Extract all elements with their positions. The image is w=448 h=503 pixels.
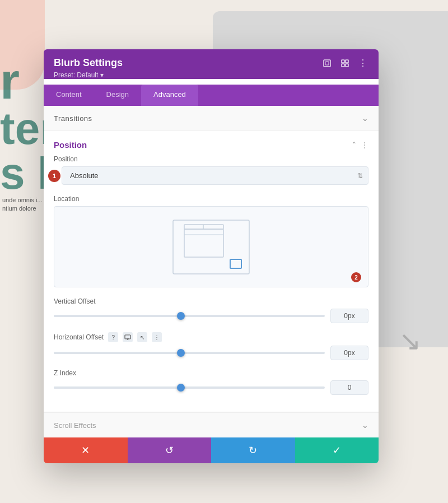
cursor-icon[interactable]: ↖ bbox=[137, 332, 147, 342]
modal-title: Blurb Settings bbox=[54, 57, 123, 69]
help-icon[interactable]: ? bbox=[108, 332, 118, 342]
modal-tabs: Content Design Advanced bbox=[44, 85, 379, 106]
svg-rect-5 bbox=[346, 64, 348, 67]
vertical-offset-section: Vertical Offset 0px bbox=[54, 297, 368, 323]
desktop-icon[interactable] bbox=[123, 332, 133, 342]
modal-footer: ✕ ↺ ↻ ✓ bbox=[44, 437, 379, 463]
layout-icon[interactable] bbox=[339, 58, 351, 69]
scroll-effects-chevron-icon: ⌄ bbox=[362, 421, 368, 430]
z-index-value[interactable]: 0 bbox=[330, 380, 368, 395]
horizontal-offset-row: 0px bbox=[54, 346, 368, 360]
svg-rect-10 bbox=[184, 229, 223, 257]
vertical-offset-value[interactable]: 0px bbox=[330, 309, 368, 323]
svg-rect-12 bbox=[230, 259, 241, 268]
bg-small-text: unde omnis i...ntium dolore bbox=[0, 196, 43, 213]
more-offset-icon[interactable]: ⋮ bbox=[152, 332, 162, 342]
undo-button[interactable]: ↺ bbox=[128, 437, 212, 463]
tab-content[interactable]: Content bbox=[44, 85, 94, 106]
z-index-slider[interactable] bbox=[54, 386, 325, 389]
location-field-label: Location bbox=[54, 195, 368, 203]
horizontal-offset-label: Horizontal Offset bbox=[54, 333, 104, 341]
modal-body: Transitions ⌄ Position ˄ ⋮ Position 1 Ab… bbox=[44, 106, 379, 437]
resize-icon[interactable] bbox=[321, 58, 333, 69]
bg-arrow-icon: ↘ bbox=[399, 325, 421, 356]
tab-advanced[interactable]: Advanced bbox=[141, 85, 198, 106]
position-select-wrapper: 1 Absolute Default Relative Fixed ⇅ bbox=[54, 166, 368, 185]
transitions-section[interactable]: Transitions ⌄ bbox=[44, 106, 379, 131]
position-badge: 1 bbox=[48, 170, 60, 182]
undo-icon: ↺ bbox=[165, 444, 174, 457]
scroll-effects-section[interactable]: Scroll Effects ⌄ bbox=[44, 412, 379, 437]
svg-rect-7 bbox=[184, 225, 223, 229]
svg-rect-2 bbox=[342, 60, 344, 63]
z-index-row: 0 bbox=[54, 380, 368, 395]
svg-rect-1 bbox=[325, 62, 329, 65]
more-options-icon[interactable]: ⋮ bbox=[357, 58, 368, 69]
vertical-offset-slider[interactable] bbox=[54, 315, 325, 317]
position-section: Position ˄ ⋮ Position 1 Absolute Default… bbox=[44, 131, 379, 412]
redo-icon: ↻ bbox=[249, 444, 257, 457]
position-select[interactable]: Absolute Default Relative Fixed bbox=[62, 166, 368, 185]
horizontal-offset-value[interactable]: 0px bbox=[330, 346, 368, 360]
position-field-label: Position bbox=[54, 155, 368, 163]
horizontal-offset-section: Horizontal Offset ? ↖ ⋮ bbox=[54, 332, 368, 360]
svg-rect-3 bbox=[346, 60, 348, 63]
z-index-label: Z Index bbox=[54, 369, 76, 377]
vertical-offset-label: Vertical Offset bbox=[54, 297, 95, 305]
cancel-button[interactable]: ✕ bbox=[44, 437, 128, 463]
vertical-offset-row: 0px bbox=[54, 309, 368, 323]
blurb-settings-modal: Blurb Settings ⋮ bbox=[44, 49, 379, 463]
svg-rect-0 bbox=[324, 60, 330, 67]
svg-rect-8 bbox=[184, 225, 204, 229]
modal-preset[interactable]: Preset: Default ▾ bbox=[54, 71, 368, 79]
location-badge: 2 bbox=[351, 272, 361, 282]
position-collapse-icon[interactable]: ˄ bbox=[352, 141, 356, 150]
save-button[interactable]: ✓ bbox=[295, 437, 379, 463]
redo-button[interactable]: ↻ bbox=[211, 437, 295, 463]
position-section-header: Position ˄ ⋮ bbox=[54, 131, 368, 155]
position-more-icon[interactable]: ⋮ bbox=[361, 141, 368, 150]
position-diagram bbox=[172, 219, 250, 275]
cancel-icon: ✕ bbox=[81, 444, 90, 457]
location-box[interactable]: 2 bbox=[54, 206, 368, 287]
tab-design[interactable]: Design bbox=[94, 85, 141, 106]
transitions-chevron-icon: ⌄ bbox=[362, 114, 368, 123]
scroll-effects-label: Scroll Effects bbox=[54, 421, 96, 430]
position-header-icons: ˄ ⋮ bbox=[352, 141, 368, 150]
position-section-title: Position bbox=[54, 140, 87, 150]
svg-rect-13 bbox=[125, 335, 130, 339]
z-index-section: Z Index 0 bbox=[54, 369, 368, 395]
header-icons: ⋮ bbox=[321, 58, 368, 69]
modal-header: Blurb Settings ⋮ bbox=[44, 49, 379, 79]
transitions-label: Transitions bbox=[54, 114, 92, 123]
svg-rect-4 bbox=[342, 64, 344, 67]
horizontal-offset-slider[interactable] bbox=[54, 352, 325, 354]
save-icon: ✓ bbox=[333, 444, 341, 457]
